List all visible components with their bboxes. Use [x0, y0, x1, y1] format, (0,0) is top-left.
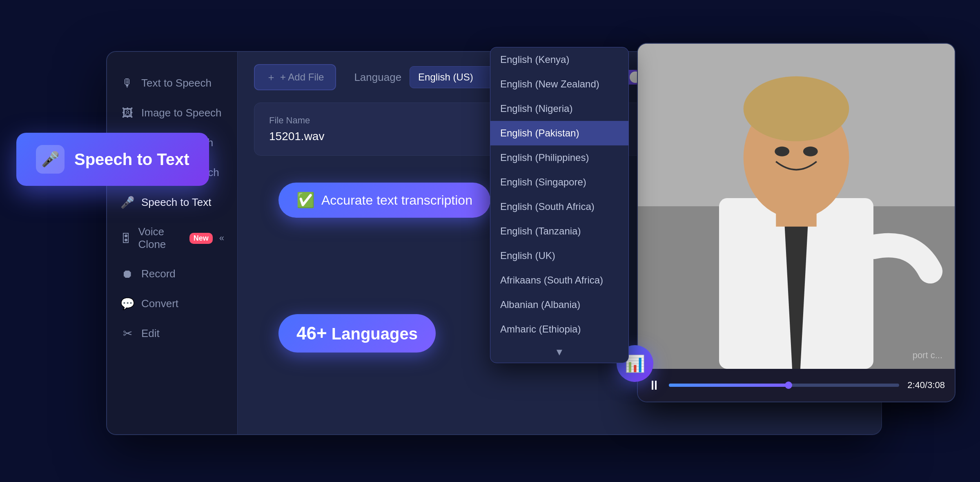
stt-hero-label: Speech to Text: [74, 150, 189, 169]
transcription-badge: ✅ Accurate text transcription: [278, 183, 490, 218]
convert-icon: 💬: [120, 297, 135, 310]
sidebar-item-speech-to-text[interactable]: 🎤 Speech to Text: [107, 187, 237, 217]
dropdown-item-en-sg[interactable]: English (Singapore): [490, 170, 628, 194]
language-dropdown: English (Kenya) English (New Zealand) En…: [490, 47, 629, 363]
sidebar-item-voice-clone[interactable]: 🎛 Voice Clone New «: [107, 217, 237, 259]
dropdown-item-en-ng[interactable]: English (Nigeria): [490, 96, 628, 121]
dropdown-item-am-et[interactable]: Amharic (Ethiopia): [490, 317, 628, 341]
sidebar-item-label: Voice Clone: [138, 225, 183, 251]
edit-icon: ✂: [120, 327, 135, 340]
video-frame-svg: [638, 44, 955, 369]
file-name-value: 15201.wav: [269, 130, 324, 143]
sidebar-item-text-to-speech[interactable]: 🎙 Text to Speech: [107, 68, 237, 98]
sidebar-item-label: Record: [141, 268, 176, 280]
add-file-label: + Add File: [280, 71, 324, 83]
stt-hero-button[interactable]: 🎤 Speech to Text: [16, 133, 209, 186]
svg-point-7: [775, 147, 789, 156]
collapse-icon: «: [219, 233, 224, 243]
transcription-label: Accurate text transcription: [321, 193, 472, 208]
add-file-plus-icon: ＋: [266, 71, 276, 84]
dropdown-item-en-ke[interactable]: English (Kenya): [490, 47, 628, 72]
add-file-button[interactable]: ＋ + Add File: [254, 64, 336, 90]
sidebar-item-label: Speech to Text: [141, 196, 212, 209]
dropdown-item-en-pk[interactable]: English (Pakistan): [490, 121, 628, 145]
language-value: English (US): [418, 71, 473, 83]
sidebar-item-label: Text to Speech: [141, 77, 212, 89]
dropdown-item-en-nz[interactable]: English (New Zealand): [490, 72, 628, 96]
sidebar: 🎙 Text to Speech 🖼 Image to Speech 📄 PDF…: [107, 52, 238, 434]
text-to-speech-icon: 🎙: [120, 76, 135, 90]
image-to-speech-icon: 🖼: [120, 106, 135, 120]
video-content: port c...: [638, 44, 955, 369]
record-icon: ⏺: [120, 267, 135, 281]
file-name-label: File Name: [269, 115, 324, 126]
language-label: Language: [354, 71, 401, 84]
sidebar-item-convert[interactable]: 💬 Convert: [107, 289, 237, 319]
progress-thumb: [785, 382, 792, 389]
export-hint: port c...: [913, 350, 942, 361]
dropdown-item-sq-al[interactable]: Albanian (Albania): [490, 292, 628, 317]
dropdown-item-en-ph[interactable]: English (Philippines): [490, 145, 628, 170]
sidebar-item-label: Edit: [141, 327, 160, 340]
sidebar-item-edit[interactable]: ✂ Edit: [107, 319, 237, 348]
stt-hero-icon-bg: 🎤: [36, 145, 65, 174]
svg-point-8: [803, 147, 818, 156]
svg-point-5: [744, 76, 849, 141]
dropdown-item-af-za[interactable]: Afrikaans (South Africa): [490, 268, 628, 292]
stt-hero-icon: 🎤: [41, 151, 60, 168]
sidebar-item-record[interactable]: ⏺ Record: [107, 259, 237, 289]
progress-bar[interactable]: [669, 384, 899, 387]
svg-rect-6: [776, 202, 816, 227]
scene: 🎙 Text to Speech 🖼 Image to Speech 📄 PDF…: [41, 27, 939, 455]
dropdown-item-en-za[interactable]: English (South Africa): [490, 194, 628, 219]
sidebar-item-image-to-speech[interactable]: 🖼 Image to Speech: [107, 98, 237, 128]
dropdown-item-en-uk[interactable]: English (UK): [490, 243, 628, 268]
languages-badge: 46+ Languages: [278, 314, 436, 353]
pause-button[interactable]: ⏸: [648, 378, 661, 393]
new-badge: New: [189, 233, 213, 244]
dropdown-scroll-down[interactable]: ▼: [490, 341, 628, 363]
video-panel: port c... ⏸ 2:40/3:08: [637, 43, 956, 402]
sidebar-item-label: Image to Speech: [141, 107, 222, 119]
voice-clone-icon: 🎛: [120, 232, 131, 245]
checkmark-icon: ✅: [296, 192, 315, 209]
progress-fill: [669, 384, 788, 387]
speech-to-text-icon: 🎤: [120, 196, 135, 209]
sidebar-item-label: Convert: [141, 297, 178, 310]
time-display: 2:40/3:08: [907, 380, 945, 391]
video-controls: ⏸ 2:40/3:08: [638, 369, 955, 402]
dropdown-item-en-tz[interactable]: English (Tanzania): [490, 219, 628, 243]
